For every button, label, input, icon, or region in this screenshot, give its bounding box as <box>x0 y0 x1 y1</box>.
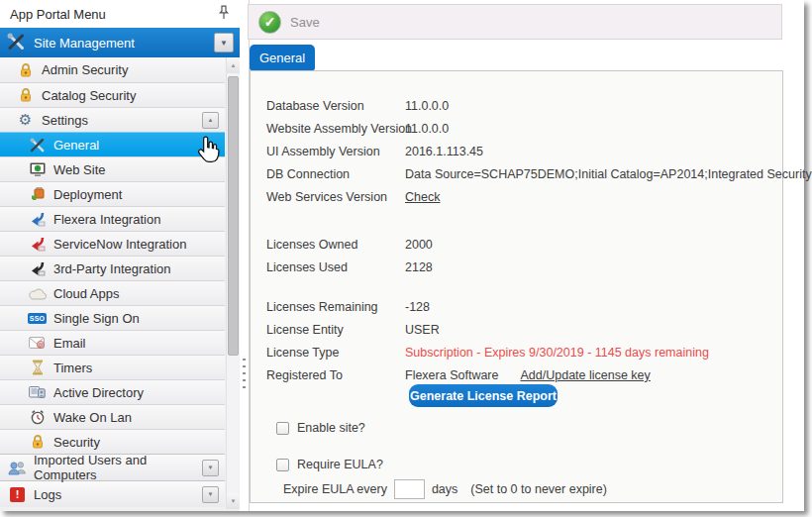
hourglass-icon <box>28 359 47 376</box>
field-value: 2128 <box>405 257 433 279</box>
sidebar-item-security[interactable]: Security <box>0 429 225 454</box>
sidebar-item-3rd-party-integration[interactable]: 3rd-Party Integration <box>0 256 225 280</box>
field-value: USER <box>405 319 440 342</box>
field-value: 11.0.0.0 <box>405 118 449 141</box>
tools-icon <box>28 136 47 154</box>
pin-icon[interactable] <box>218 5 230 23</box>
require-eula-label: Require EULA? <box>297 458 383 471</box>
active-directory-icon <box>28 383 47 401</box>
sidebar-item-flexera-integration[interactable]: Flexera Integration <box>0 206 225 231</box>
sidebar-item-single-sign-on[interactable]: SSOSingle Sign On <box>0 305 225 330</box>
sidebar-item-label: Logs <box>34 487 61 502</box>
field-label: Database Version <box>266 95 405 118</box>
field-label: Licenses Remaining <box>266 296 405 319</box>
chevron-down-icon[interactable]: ▼ <box>202 486 219 503</box>
sidebar-item-deployment[interactable]: Deployment <box>0 181 225 206</box>
sidebar-item-general[interactable]: General <box>0 132 225 156</box>
field-label: UI Assembly Version <box>266 141 405 163</box>
sidebar-item-cloud-apps[interactable]: Cloud Apps <box>0 280 225 305</box>
sidebar-item-label: Catalog Security <box>42 88 136 103</box>
tab-general[interactable]: General <box>250 45 315 70</box>
eula-expiry-row: Expire EULA every days (Set to 0 to neve… <box>283 479 607 499</box>
eula-expiry-prefix: Expire EULA every <box>283 482 387 496</box>
license-usage-block: Licenses Owned2000Licenses Used2128 <box>266 234 778 279</box>
field-label: Web Services Version <box>266 186 405 209</box>
splitter[interactable] <box>240 0 250 511</box>
sidebar-item-label: 3rd-Party Integration <box>53 261 171 276</box>
splitter-grip-icon <box>243 359 246 388</box>
integration-black-icon <box>28 259 47 277</box>
chevron-down-icon[interactable]: ▼ <box>202 460 219 476</box>
scroll-up-button[interactable]: ▲ <box>227 57 240 73</box>
sidebar-item-label: Deployment <box>53 187 122 202</box>
save-button[interactable]: ✓ Save <box>258 11 320 34</box>
check-link[interactable]: Check <box>405 186 440 209</box>
sso-icon: SSO <box>28 309 47 327</box>
logs-icon: ! <box>8 485 27 503</box>
svg-text:@: @ <box>38 342 44 348</box>
field-value: Data Source=SCHAP75DEMO;Initial Catalog=… <box>405 163 812 186</box>
sidebar-item-label: General <box>53 138 99 153</box>
scroll-thumb[interactable] <box>228 76 239 356</box>
lock-gold-icon <box>28 433 47 451</box>
field-row-licenses-owned: Licenses Owned2000 <box>266 234 778 257</box>
generate-license-report-button[interactable]: Generate License Report <box>409 384 558 407</box>
sidebar-item-web-site[interactable]: Web Site <box>0 156 225 181</box>
sidebar-item-logs[interactable]: !Logs▼ <box>0 480 225 507</box>
field-row-website-assembly-version: Website Assembly Version11.0.0.0 <box>266 118 778 141</box>
field-label: Licenses Used <box>266 257 405 279</box>
sidebar-item-label: Flexera Integration <box>53 212 160 227</box>
sidebar-item-servicenow-integration[interactable]: ServiceNow Integration <box>0 231 225 256</box>
field-label: Registered To <box>266 364 405 387</box>
chevron-down-icon[interactable]: ▼ <box>214 33 234 52</box>
deployment-icon <box>28 185 47 203</box>
lock-gold-icon <box>16 61 35 79</box>
users-icon <box>8 459 27 476</box>
toolbar: ✓ Save <box>248 4 782 40</box>
sidebar-item-catalog-security[interactable]: Catalog Security <box>0 82 225 107</box>
license-details-block: Licenses Remaining-128License EntityUSER… <box>266 296 778 387</box>
sidebar-item-timers[interactable]: Timers <box>0 355 225 379</box>
sidebar-item-label: Wake On Lan <box>53 410 132 425</box>
field-row-db-connection: DB ConnectionData Source=SCHAP75DEMO;Ini… <box>266 163 778 186</box>
sidebar-item-wake-on-lan[interactable]: Wake On Lan <box>0 404 225 429</box>
enable-site-checkbox[interactable] <box>276 422 289 435</box>
eula-days-input[interactable] <box>394 479 425 499</box>
sidebar-item-label: Security <box>53 435 100 450</box>
field-row-database-version: Database Version11.0.0.0 <box>266 95 778 118</box>
field-label: Website Assembly Version <box>266 118 405 141</box>
field-value: -128 <box>405 296 430 319</box>
scroll-down-button[interactable]: ▼ <box>227 493 240 509</box>
require-eula-checkbox-row: Require EULA? <box>276 458 383 471</box>
sidebar-group-site-management[interactable]: Site Management ▼ <box>0 28 240 57</box>
require-eula-checkbox[interactable] <box>276 459 289 471</box>
sidebar-title: App Portal Menu <box>10 7 218 22</box>
field-row-ui-assembly-version: UI Assembly Version2016.1.113.45 <box>266 141 778 163</box>
collapse-up-icon[interactable]: ▲ <box>202 112 219 129</box>
field-label: License Type <box>266 342 405 364</box>
field-row-licenses-used: Licenses Used2128 <box>266 257 778 279</box>
sidebar-item-label: Single Sign On <box>53 311 140 326</box>
field-value: 2016.1.113.45 <box>405 141 483 163</box>
sidebar-item-settings[interactable]: ⚙Settings▲ <box>0 107 225 132</box>
lock-gold-icon <box>16 86 35 104</box>
sidebar-item-label: Admin Security <box>42 62 128 77</box>
sidebar-scrollbar[interactable]: ▲ ▼ <box>226 57 239 509</box>
sidebar-item-active-directory[interactable]: Active Directory <box>0 379 225 404</box>
sidebar-item-label: Settings <box>42 113 88 128</box>
sidebar-item-admin-security[interactable]: Admin Security <box>0 57 225 82</box>
sidebar: App Portal Menu Site Management ▼ Admin … <box>0 0 240 511</box>
sidebar-item-label: Email <box>53 336 86 351</box>
sidebar-header: App Portal Menu <box>0 0 240 28</box>
email-icon: @ <box>28 334 47 352</box>
sidebar-item-list: Admin SecurityCatalog Security⚙Settings▲… <box>0 57 225 511</box>
field-row-license-entity: License EntityUSER <box>266 319 778 342</box>
tools-icon <box>6 32 26 54</box>
sidebar-item-imported-users-and-computers[interactable]: Imported Users and Computers▼ <box>0 454 225 480</box>
sidebar-item-label: Active Directory <box>53 385 144 400</box>
sidebar-item-label: Cloud Apps <box>53 286 120 301</box>
save-check-icon: ✓ <box>258 11 281 34</box>
field-value: 11.0.0.0 <box>405 95 449 118</box>
sidebar-item-email[interactable]: @Email <box>0 330 225 355</box>
field-label: DB Connection <box>266 163 405 186</box>
